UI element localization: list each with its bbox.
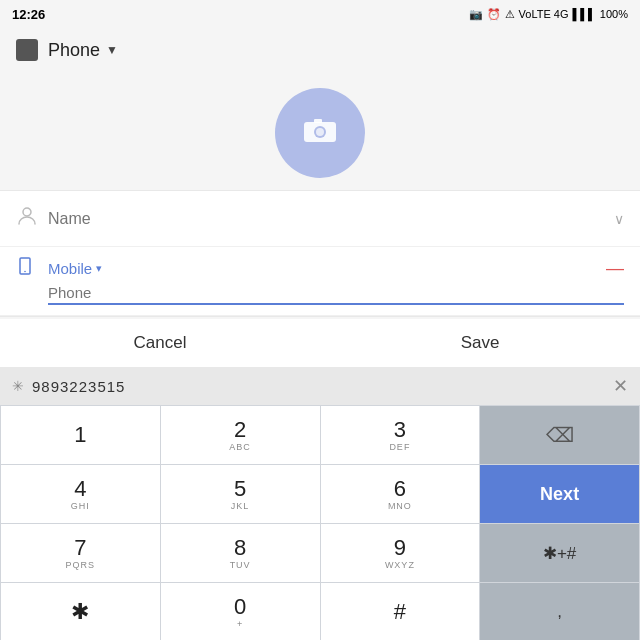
keyboard-close-icon[interactable]: ✕ [613,375,628,397]
app-header: Phone ▼ [0,28,640,72]
camera-indicator-icon: 📷 [469,8,483,21]
camera-icon [302,116,338,151]
key-symbols[interactable]: ✱+# [480,524,639,582]
mobile-row: Mobile ▾ — [0,247,640,316]
key-0[interactable]: 0 + [161,583,320,640]
action-buttons: Cancel Save [0,319,640,367]
svg-point-2 [316,128,324,136]
key-6[interactable]: 6 MNO [321,465,480,523]
status-bar: 12:26 📷 ⏰ ⚠ VoLTE 4G ▌▌▌ 100% [0,0,640,28]
mobile-top: Mobile ▾ — [16,257,624,280]
status-icons: 📷 ⏰ ⚠ VoLTE 4G ▌▌▌ 100% [469,8,628,21]
key-next[interactable]: Next [480,465,639,523]
key-1[interactable]: 1 [1,406,160,464]
mobile-delete-icon[interactable]: — [606,258,624,279]
mobile-label: Mobile [48,260,92,277]
name-row: ∨ [0,191,640,247]
key-7[interactable]: 7 PQRS [1,524,160,582]
battery-icon: 100% [600,8,628,20]
key-hash[interactable]: # [321,583,480,640]
alarm-icon: ⏰ [487,8,501,21]
app-icon [16,39,38,61]
signal-icon: ▌▌▌ [572,8,595,20]
brightness-icon: ✳ [12,378,24,394]
expand-icon: ∨ [614,211,624,227]
key-4[interactable]: 4 GHI [1,465,160,523]
cancel-button[interactable]: Cancel [0,319,320,367]
svg-rect-3 [314,119,322,123]
key-8[interactable]: 8 TUV [161,524,320,582]
mobile-dropdown-icon[interactable]: ▾ [96,262,102,275]
key-backspace[interactable]: ⌫ [480,406,639,464]
svg-point-5 [24,271,26,273]
avatar-circle[interactable] [275,88,365,178]
name-input[interactable] [48,210,614,228]
key-3[interactable]: 3 DEF [321,406,480,464]
phone-icon [16,257,48,280]
svg-point-4 [23,208,31,216]
key-star[interactable]: ✱ [1,583,160,640]
save-button[interactable]: Save [320,319,640,367]
key-2[interactable]: 2 ABC [161,406,320,464]
person-icon [16,205,48,232]
triangle-warning-icon: ⚠ [505,8,515,21]
keyboard: 1 2 ABC 3 DEF ⌫ 4 GHI 5 JKL 6 MNO Next 7… [0,405,640,640]
key-comma[interactable]: , [480,583,639,640]
key-5[interactable]: 5 JKL [161,465,320,523]
status-time: 12:26 [12,7,45,22]
keyboard-top-bar: ✳ 9893223515 ✕ [0,367,640,405]
form-area: ∨ Mobile ▾ — [0,190,640,317]
avatar-section [0,72,640,190]
app-title: Phone [48,40,100,61]
network-icon: VoLTE 4G [519,8,569,20]
app-dropdown-icon[interactable]: ▼ [106,43,118,57]
key-9[interactable]: 9 WXYZ [321,524,480,582]
keyboard-number-display: 9893223515 [32,378,613,395]
backspace-icon: ⌫ [546,423,574,447]
phone-input[interactable] [48,284,624,305]
